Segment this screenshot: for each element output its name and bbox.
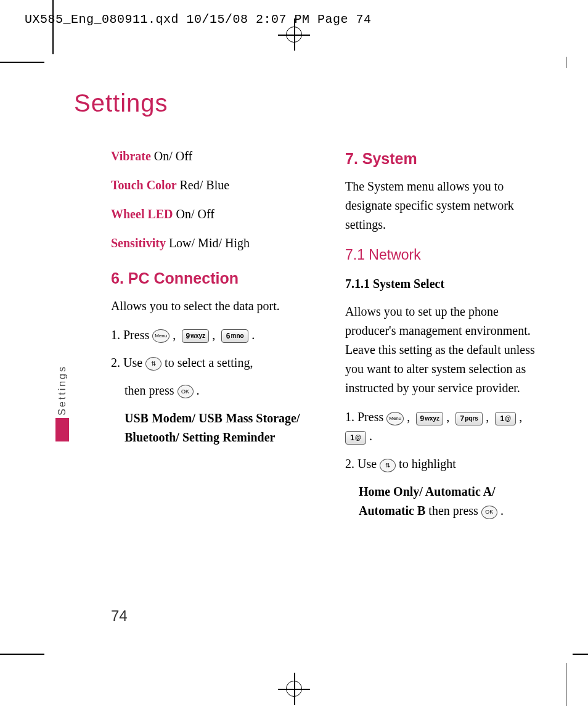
step-text: to select a setting, — [165, 356, 253, 369]
option-touch-color: Touch Color Red/ Blue — [111, 176, 308, 195]
crop-mark — [566, 663, 567, 706]
option-label: Sensitivity — [111, 236, 166, 250]
crop-mark — [0, 62, 44, 63]
option-label: Vibrate — [111, 149, 151, 163]
heading-system: 7. System — [345, 147, 542, 171]
step-1: 1. Press Menu , 9wxyz , 6mno . — [111, 326, 308, 345]
heading-system-select: 7.1.1 System Select — [345, 274, 542, 293]
step-text: then press — [125, 384, 178, 397]
registration-mark-top — [286, 27, 302, 43]
right-column: 7. System The System menu allows you to … — [333, 147, 542, 529]
crop-mark — [52, 0, 54, 54]
step-2-cont: then press OK . — [125, 381, 308, 400]
step-2: 2. Use ⇅ to highlight — [345, 454, 542, 474]
side-tab-bar — [55, 418, 69, 441]
key-1-icon: 1@ — [495, 412, 516, 425]
option-values: Low/ Mid/ High — [166, 236, 250, 250]
page-number: 74 — [111, 607, 128, 625]
option-sensitivity: Sensitivity Low/ Mid/ High — [111, 234, 308, 253]
key-6-icon: 6mno — [221, 329, 248, 343]
heading-network: 7.1 Network — [345, 244, 542, 266]
step-text: 2. Use — [345, 457, 380, 470]
step-1: 1. Press Menu , 9wxyz , 7pqrs , 1@ , 1@ … — [345, 408, 542, 446]
page-title: Settings — [74, 89, 555, 117]
crop-mark — [566, 57, 567, 68]
step-text: then press — [425, 504, 481, 517]
option-label: Wheel LED — [111, 207, 173, 221]
menu-key-icon: Menu — [152, 329, 169, 343]
nav-key-icon: ⇅ — [380, 459, 396, 472]
pc-connection-desc: Allows you to select the data port. — [111, 297, 308, 316]
nav-key-icon: ⇅ — [145, 357, 161, 371]
system-select-desc: Allows you to set up the phone producer'… — [345, 302, 542, 398]
crop-mark — [573, 654, 588, 655]
left-column: Vibrate On/ Off Touch Color Red/ Blue Wh… — [74, 147, 308, 529]
system-desc: The System menu allows you to designate … — [345, 177, 542, 234]
heading-pc-connection: 6. PC Connection — [111, 266, 308, 290]
pc-connection-options: USB Modem/ USB Mass Storage/ Bluetooth/ … — [125, 409, 308, 447]
step-text: 1. Press — [111, 328, 152, 342]
option-wheel-led: Wheel LED On/ Off — [111, 205, 308, 224]
option-values: Red/ Blue — [177, 178, 230, 192]
step-text: 1. Press — [345, 410, 386, 424]
step-text: 2. Use — [111, 356, 145, 369]
key-9-icon: 9wxyz — [416, 412, 443, 425]
crop-mark — [0, 654, 44, 655]
menu-key-icon: Menu — [386, 412, 404, 425]
step-2-cont: Home Only/ Automatic A/ Automatic B then… — [359, 482, 542, 520]
prepress-header: UX585_Eng_080911.qxd 10/15/08 2:07 PM Pa… — [25, 12, 372, 27]
side-tab: Settings — [55, 365, 69, 441]
ok-key-icon: OK — [481, 506, 497, 519]
option-vibrate: Vibrate On/ Off — [111, 147, 308, 166]
option-label: Touch Color — [111, 178, 177, 192]
option-values: On/ Off — [151, 149, 192, 163]
registration-mark-bottom — [286, 681, 302, 697]
key-7-icon: 7pqrs — [455, 412, 483, 425]
key-9-icon: 9wxyz — [182, 329, 209, 343]
key-1-icon: 1@ — [345, 431, 366, 445]
ok-key-icon: OK — [178, 385, 194, 398]
side-tab-label: Settings — [57, 365, 68, 416]
step-text: to highlight — [399, 457, 456, 470]
step-2: 2. Use ⇅ to select a setting, — [111, 353, 308, 372]
option-values: On/ Off — [173, 207, 214, 221]
